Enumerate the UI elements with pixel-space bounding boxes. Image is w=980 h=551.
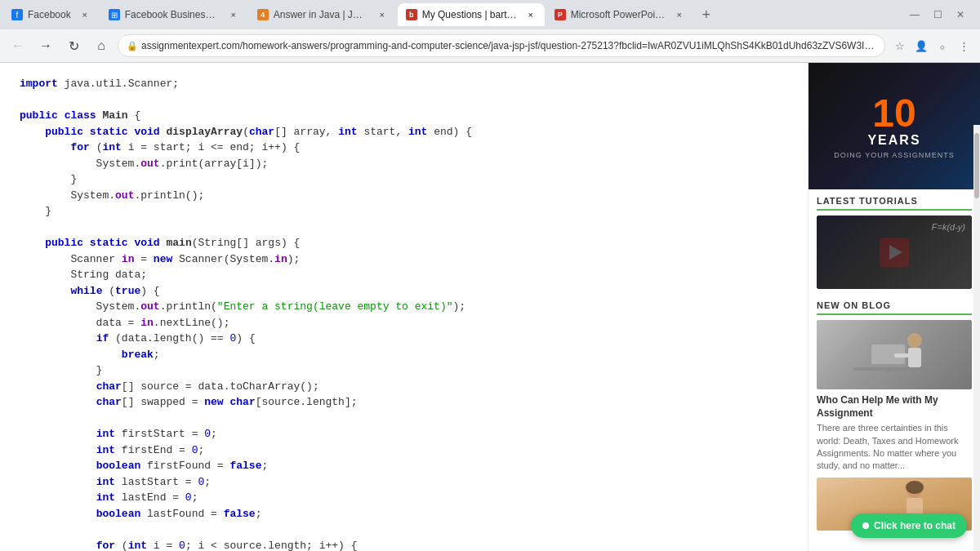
bookmark-button[interactable]: ☆ <box>890 36 910 56</box>
svg-point-4 <box>907 333 922 348</box>
chat-button[interactable]: Click here to chat <box>851 513 967 538</box>
tab-powerpoint[interactable]: P Microsoft PowerPoint - Collabora… × <box>546 3 693 26</box>
tab-favicon-questions: b <box>406 9 417 20</box>
browser-chrome: f Facebook × ⊞ Facebook Business Suite ×… <box>0 0 980 63</box>
blog-article-title: Who Can Help Me with My Assignment <box>817 394 972 420</box>
home-button[interactable]: ⌂ <box>90 34 113 57</box>
tab-title-business: Facebook Business Suite <box>125 9 220 20</box>
tab-close-business[interactable]: × <box>228 9 239 20</box>
lock-icon: 🔒 <box>127 41 138 51</box>
blog-illustration <box>845 322 943 388</box>
refresh-button[interactable]: ↻ <box>62 34 85 57</box>
new-tab-button[interactable]: + <box>695 3 718 26</box>
tab-close-ppt[interactable]: × <box>674 9 685 20</box>
hero-sublabel: DOING YOUR ASSIGNMENTS <box>834 151 954 159</box>
tab-favicon-answer: 4 <box>257 9 269 20</box>
chat-dot-icon <box>862 522 869 529</box>
forward-button[interactable]: → <box>34 34 57 57</box>
tab-close-questions[interactable]: × <box>525 9 537 20</box>
svg-rect-5 <box>908 348 921 367</box>
page-content: import java.util.Scanner; public class M… <box>0 63 980 551</box>
svg-rect-3 <box>886 367 890 372</box>
tab-title-answer: Answer in Java | JSP | JSF for Pas… <box>274 9 368 20</box>
url-text: assignmentexpert.com/homework-answers/pr… <box>141 40 876 51</box>
tab-close-facebook[interactable]: × <box>79 9 91 20</box>
menu-button[interactable]: ⋮ <box>954 36 973 56</box>
blog-image-1 <box>817 320 972 389</box>
scrollbar[interactable] <box>973 125 980 551</box>
back-button[interactable]: ← <box>7 34 29 57</box>
profile-button[interactable]: 👤 <box>911 36 931 56</box>
tab-title-questions: My Questions | bartleby <box>422 9 517 20</box>
code-block: import java.util.Scanner; public class M… <box>0 76 808 551</box>
tab-my-questions[interactable]: b My Questions | bartleby × <box>398 3 545 26</box>
tab-answer-java[interactable]: 4 Answer in Java | JSP | JSF for Pas… × <box>249 3 396 26</box>
tab-bar: f Facebook × ⊞ Facebook Business Suite ×… <box>0 0 980 29</box>
window-controls: — ☐ ✕ <box>905 5 977 24</box>
tab-facebook[interactable]: f Facebook × <box>3 3 99 26</box>
scrollbar-thumb[interactable] <box>974 133 979 198</box>
code-area: import java.util.Scanner; public class M… <box>0 63 808 551</box>
close-window-button[interactable]: ✕ <box>951 5 970 24</box>
tab-close-answer[interactable]: × <box>376 9 388 20</box>
blog-image-inner <box>817 320 972 389</box>
hero-label: YEARS <box>867 133 920 148</box>
tab-favicon-business: ⊞ <box>109 9 120 20</box>
extensions-button[interactable]: ⬦ <box>933 36 952 56</box>
tab-title-facebook: Facebook <box>28 9 71 20</box>
svg-rect-6 <box>894 353 909 358</box>
hero-image: 10 YEARS DOING YOUR ASSIGNMENTS <box>808 63 980 189</box>
math-formula: F=k(d-y) <box>932 222 965 232</box>
restore-button[interactable]: ☐ <box>928 5 947 24</box>
latest-tutorials-title: LATEST TUTORIALS <box>817 196 972 211</box>
nav-bar: ← → ↻ ⌂ 🔒 assignmentexpert.com/homework-… <box>0 29 980 62</box>
address-bar-actions: ☆ 👤 ⬦ ⋮ <box>890 36 973 56</box>
blog-article-excerpt: There are three certainties in this worl… <box>817 422 972 473</box>
new-on-blog-title: NEW ON BLOG <box>817 300 972 315</box>
new-on-blog-section: NEW ON BLOG <box>808 295 980 478</box>
tutorial-video-thumbnail[interactable]: F=k(d-y) <box>817 216 972 289</box>
tab-business-suite[interactable]: ⊞ Facebook Business Suite × <box>100 3 247 26</box>
hero-number: 10 <box>872 94 915 133</box>
right-sidebar: 10 YEARS DOING YOUR ASSIGNMENTS LATEST T… <box>808 63 980 551</box>
address-bar[interactable]: 🔒 assignmentexpert.com/homework-answers/… <box>118 34 885 57</box>
tab-favicon-ppt: P <box>555 9 566 20</box>
chat-label: Click here to chat <box>874 520 956 531</box>
tab-title-ppt: Microsoft PowerPoint - Collabora… <box>571 9 666 20</box>
svg-rect-0 <box>853 367 935 371</box>
minimize-button[interactable]: — <box>905 5 924 24</box>
latest-tutorials-section: LATEST TUTORIALS F=k(d-y) <box>808 189 980 295</box>
tab-favicon-facebook: f <box>11 9 23 20</box>
